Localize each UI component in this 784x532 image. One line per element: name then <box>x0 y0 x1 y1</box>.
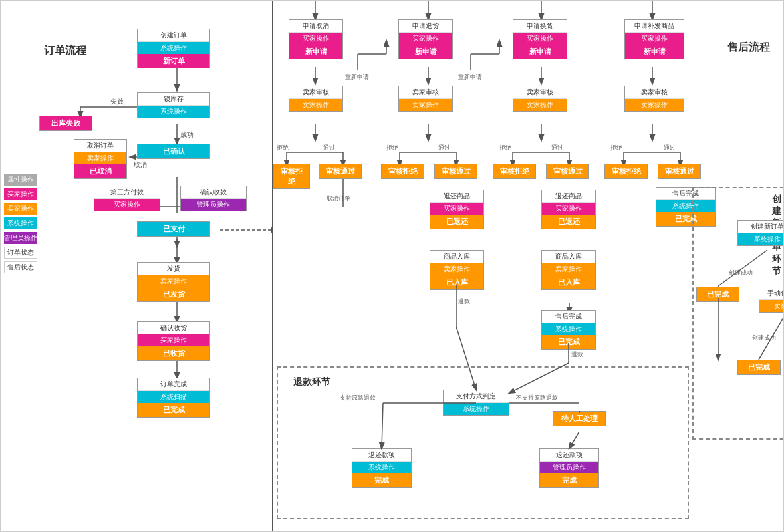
refund-right-node: 退还款项 管理员操作 完成 <box>539 448 599 488</box>
cancel-order-title: 取消订单 <box>74 140 126 152</box>
create-new-order-title: 创建新订单 <box>738 221 783 233</box>
create-new-order-op: 系统操作 <box>738 233 783 245</box>
legend-seller-box: 卖家操作 <box>4 203 37 215</box>
review-passed-3: 审核通过 <box>546 164 589 179</box>
cancel-order-status: 已取消 <box>74 164 126 178</box>
confirm-receipt-op: 买家操作 <box>138 334 209 346</box>
confirmed-node: 已确认 <box>137 144 210 159</box>
goods-in-2-title: 商品入库 <box>430 251 483 263</box>
seller-review-1-op: 卖家操作 <box>289 99 342 111</box>
review-rejected-2: 审核拒绝 <box>381 164 424 179</box>
left-panel: 失败 成功 取消 订单流程 <box>1 1 273 531</box>
create-order-node: 创建订单 系统操作 新订单 <box>137 29 210 68</box>
payment-judge-node: 支付方式判定 系统操作 <box>443 390 509 416</box>
review-rejected-4-status: 审核拒绝 <box>605 164 647 178</box>
svg-text:拒绝: 拒绝 <box>276 144 289 151</box>
apply-resend-op: 买家操作 <box>625 33 684 45</box>
return-goods-3-title: 退还商品 <box>542 190 595 203</box>
svg-text:退款: 退款 <box>571 351 583 358</box>
return-goods-3-node: 退还商品 买家操作 已退还 <box>541 190 596 229</box>
apply-resend-node: 申请补发商品 买家操作 新申请 <box>624 19 684 59</box>
return-goods-2-node: 退还商品 买家操作 已退还 <box>430 190 484 229</box>
review-rejected-3-status: 审核拒绝 <box>493 164 535 178</box>
third-pay-node: 第三方付款 买家操作 <box>94 186 160 211</box>
seller-review-3-node: 卖家审核 卖家操作 <box>513 86 567 112</box>
review-rejected-3: 审核拒绝 <box>493 164 536 179</box>
ship-title: 发货 <box>138 263 209 275</box>
apply-exchange-status: 新申请 <box>513 45 567 59</box>
aftersale-title: 售后流程 <box>727 41 770 55</box>
apply-cancel-title: 申请取消 <box>289 20 342 33</box>
aftersale-complete-3-title: 售后完成 <box>542 311 595 323</box>
refund-left-op: 系统操作 <box>352 462 411 473</box>
review-passed-1-status: 审核通过 <box>319 164 361 178</box>
goods-in-2-node: 商品入库 卖家操作 已入库 <box>430 250 484 290</box>
return-goods-2-op: 买家操作 <box>430 203 483 215</box>
order-complete-status: 已完成 <box>138 403 209 417</box>
confirm-receipt-title: 确认收货 <box>138 322 209 334</box>
seller-review-4-node: 卖家审核 卖家操作 <box>624 86 684 112</box>
payment-judge-op: 系统操作 <box>444 403 509 415</box>
seller-review-2-op: 卖家操作 <box>399 99 452 111</box>
third-pay-op: 买家操作 <box>94 199 160 211</box>
refund-left-status: 完成 <box>352 473 411 487</box>
svg-text:通过: 通过 <box>551 144 563 151</box>
legend-aftersale-status: 售后状态 <box>4 261 37 273</box>
out-fail-node: 出库失败 <box>39 116 92 131</box>
svg-text:失败: 失败 <box>110 98 124 105</box>
svg-text:通过: 通过 <box>323 144 335 151</box>
seller-review-4-title: 卖家审核 <box>625 86 684 99</box>
apply-cancel-node: 申请取消 买家操作 新申请 <box>289 19 343 59</box>
svg-text:拒绝: 拒绝 <box>610 144 622 151</box>
order-complete-title: 订单完成 <box>138 378 209 391</box>
review-passed-4-status: 审核通过 <box>658 164 700 178</box>
complete-new-bottom-status: 已完成 <box>738 360 780 374</box>
goods-in-3-op: 卖家操作 <box>542 263 595 275</box>
lock-stock-op: 系统操作 <box>138 106 209 118</box>
seller-review-2-title: 卖家审核 <box>399 86 452 99</box>
svg-text:拒绝: 拒绝 <box>386 144 398 151</box>
manual-process-status: 待人工处理 <box>553 412 605 426</box>
svg-text:拒绝: 拒绝 <box>499 144 511 151</box>
legend-system: 系统操作 <box>4 217 37 229</box>
return-goods-2-title: 退还商品 <box>430 190 483 203</box>
legend-buyer-box: 买家操作 <box>4 188 37 200</box>
aftersale-complete-3-op: 系统操作 <box>542 323 595 335</box>
cancel-order-op: 卖家操作 <box>74 152 126 164</box>
apply-exchange-title: 申请换货 <box>513 20 567 33</box>
out-fail-status: 出库失败 <box>40 116 92 130</box>
main-container: 失败 成功 取消 订单流程 <box>0 0 784 532</box>
review-passed-1: 审核通过 <box>319 164 362 179</box>
manual-process-node: 待人工处理 <box>553 411 606 426</box>
svg-text:成功: 成功 <box>180 131 194 138</box>
right-panel: 拒绝 通过 取消订单 拒绝 通过 拒绝 <box>273 1 783 531</box>
create-order-title: 创建订单 <box>138 29 209 42</box>
apply-exchange-op: 买家操作 <box>513 33 567 45</box>
complete-new-bottom: 已完成 <box>737 360 781 375</box>
apply-exchange-node: 申请换货 买家操作 新申请 <box>513 19 567 59</box>
seller-review-3-op: 卖家操作 <box>513 99 567 111</box>
confirm-receipt-pay-title: 确认收款 <box>181 186 246 199</box>
refund-right-op: 管理员操作 <box>540 462 598 473</box>
svg-text:退款: 退款 <box>458 298 470 305</box>
refund-left-title: 退还款项 <box>352 449 411 462</box>
apply-return-node: 申请退货 买家操作 新申请 <box>398 19 453 59</box>
aftersale-complete-3-node: 售后完成 系统操作 已完成 <box>541 310 596 350</box>
paid-status: 已支付 <box>138 222 209 236</box>
confirmed-status: 已确认 <box>138 144 209 158</box>
seller-review-3-title: 卖家审核 <box>513 86 567 99</box>
svg-text:通过: 通过 <box>664 144 676 151</box>
legend-order-status-box: 订单状态 <box>4 247 37 259</box>
goods-in-2-status: 已入库 <box>430 275 483 289</box>
seller-review-1-title: 卖家审核 <box>289 86 342 99</box>
svg-text:重新申请: 重新申请 <box>345 74 369 80</box>
legend-system-box: 系统操作 <box>4 217 37 229</box>
review-passed-2-status: 审核通过 <box>435 164 477 178</box>
refund-right-title: 退还款项 <box>540 449 598 462</box>
refund-title: 退款环节 <box>293 376 330 388</box>
legend-aftersale-status-box: 售后状态 <box>4 261 37 273</box>
apply-return-status: 新申请 <box>399 45 452 59</box>
left-panel-arrows: 失败 成功 取消 <box>1 1 272 531</box>
order-flow-title: 订单流程 <box>44 44 86 58</box>
apply-cancel-status: 新申请 <box>289 45 342 59</box>
